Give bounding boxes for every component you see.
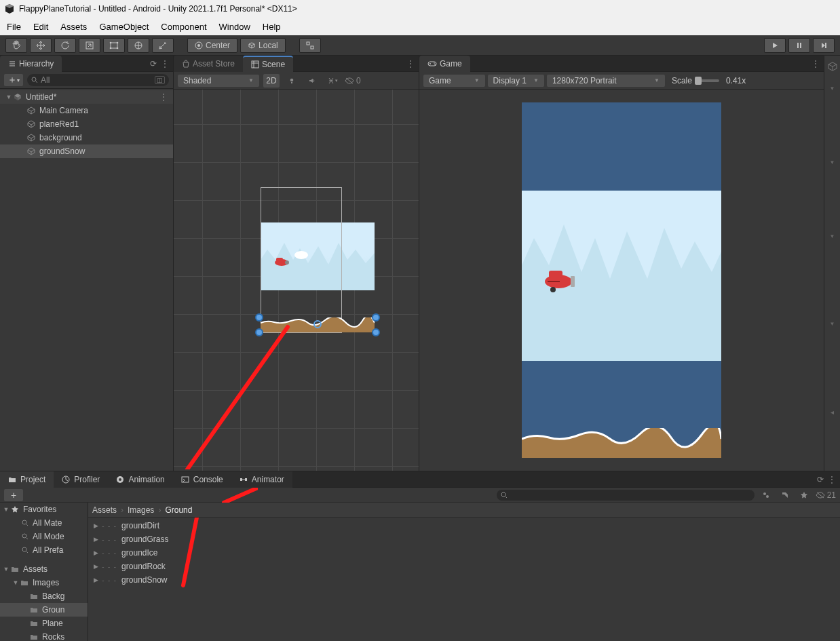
menu-assets[interactable]: Assets bbox=[60, 22, 87, 32]
scale-tool[interactable] bbox=[79, 38, 100, 53]
lock-icon[interactable]: ⟳ bbox=[150, 59, 157, 69]
game-tab[interactable]: Game bbox=[419, 56, 470, 72]
handle-rotation-toggle[interactable]: Local bbox=[240, 38, 286, 53]
search-icon bbox=[22, 533, 28, 540]
folder-background[interactable]: Backg bbox=[0, 589, 88, 603]
menu-edit[interactable]: Edit bbox=[33, 22, 48, 32]
menu-help[interactable]: Help bbox=[263, 22, 281, 32]
scene-plane-sprite[interactable] bbox=[272, 255, 291, 269]
animator-tab[interactable]: Animator bbox=[231, 471, 292, 488]
pause-button[interactable] bbox=[788, 38, 810, 53]
folder-ground[interactable]: Groun bbox=[0, 603, 88, 617]
breadcrumb-assets[interactable]: Assets bbox=[92, 505, 117, 515]
animation-tab[interactable]: Animation bbox=[108, 471, 172, 488]
panel-menu-icon[interactable]: ⋮ bbox=[406, 59, 415, 69]
project-search[interactable] bbox=[497, 490, 755, 501]
folder-rocks[interactable]: Rocks bbox=[0, 630, 88, 641]
lock-icon[interactable]: ⟳ bbox=[817, 475, 824, 484]
favorite-all-models[interactable]: All Mode bbox=[0, 530, 88, 543]
panel-menu-icon[interactable]: ⋮ bbox=[161, 59, 169, 69]
step-button[interactable] bbox=[813, 38, 835, 53]
hierarchy-item-main-camera[interactable]: Main Camera bbox=[0, 104, 173, 117]
hierarchy-tab[interactable]: Hierarchy bbox=[0, 56, 62, 72]
hierarchy-item-planered1[interactable]: planeRed1 bbox=[0, 117, 173, 131]
scene-menu-icon[interactable]: ⋮ bbox=[159, 92, 173, 102]
2d-toggle[interactable]: 2D bbox=[263, 74, 280, 88]
profiler-tab[interactable]: Profiler bbox=[54, 471, 108, 488]
snap-toggle[interactable] bbox=[299, 38, 321, 53]
scene-view[interactable] bbox=[174, 90, 419, 471]
lighting-toggle[interactable] bbox=[284, 74, 300, 88]
move-tool[interactable] bbox=[30, 38, 52, 53]
rect-pivot-handle[interactable] bbox=[313, 320, 322, 328]
menu-window[interactable]: Window bbox=[219, 22, 250, 32]
rect-handle-tl[interactable] bbox=[255, 313, 263, 322]
filter-by-label-icon[interactable] bbox=[778, 489, 793, 501]
svg-marker-21 bbox=[28, 121, 35, 125]
rect-handle-br[interactable] bbox=[372, 328, 380, 336]
hierarchy-item-background[interactable]: background bbox=[0, 131, 173, 144]
scale-slider[interactable] bbox=[695, 79, 719, 82]
rotate-tool[interactable] bbox=[54, 38, 76, 53]
hand-tool[interactable] bbox=[5, 38, 27, 53]
asset-groundrock[interactable]: ▶- - -groundRock bbox=[88, 560, 840, 573]
rect-tool[interactable] bbox=[103, 38, 125, 53]
hidden-count[interactable]: 21 bbox=[816, 489, 836, 501]
rect-handle-tr[interactable] bbox=[372, 313, 380, 322]
breadcrumb-ground[interactable]: Ground bbox=[165, 505, 192, 515]
play-button[interactable] bbox=[764, 38, 786, 53]
scene-name: Untitled* bbox=[26, 92, 56, 102]
asset-store-tab[interactable]: Asset Store bbox=[174, 56, 243, 72]
svg-point-7 bbox=[117, 47, 119, 49]
game-camera-dropdown[interactable]: Game▼ bbox=[423, 75, 485, 87]
asset-grounddirt[interactable]: ▶- - -groundDirt bbox=[88, 519, 840, 532]
favorite-all-prefabs[interactable]: All Prefa bbox=[0, 543, 88, 557]
console-tab[interactable]: Console bbox=[173, 471, 231, 488]
svg-point-4 bbox=[110, 41, 112, 43]
favorites-header[interactable]: ▼ Favorites bbox=[0, 503, 88, 516]
transform-tool[interactable] bbox=[128, 38, 149, 53]
game-frame bbox=[522, 102, 721, 458]
asset-groundice[interactable]: ▶- - -groundIce bbox=[88, 546, 840, 560]
panel-menu-icon[interactable]: ⋮ bbox=[828, 475, 836, 484]
asset-groundsnow[interactable]: ▶- - -groundSnow bbox=[88, 573, 840, 587]
rect-handle-bl[interactable] bbox=[255, 328, 263, 336]
filter-by-type-icon[interactable] bbox=[759, 489, 774, 501]
svg-rect-35 bbox=[549, 271, 562, 278]
pivot-mode-toggle[interactable]: Center bbox=[187, 38, 237, 53]
panel-menu-icon[interactable]: ⋮ bbox=[812, 59, 820, 69]
menu-gameobject[interactable]: GameObject bbox=[99, 22, 149, 32]
inspector-collapsed[interactable]: ▼ ▼ ▼ ▼ ◂ bbox=[824, 56, 840, 471]
project-add-button[interactable]: + bbox=[4, 489, 23, 501]
svg-marker-23 bbox=[28, 148, 35, 152]
folder-images[interactable]: ▼ Images bbox=[0, 576, 88, 589]
effects-toggle[interactable]: ▾ bbox=[324, 74, 341, 88]
hierarchy-item-groundsnow[interactable]: groundSnow bbox=[0, 144, 173, 158]
folder-plane[interactable]: Plane bbox=[0, 617, 88, 630]
game-display-dropdown[interactable]: Display 1▼ bbox=[488, 75, 544, 87]
search-icon bbox=[22, 547, 28, 553]
svg-rect-44 bbox=[245, 478, 247, 481]
window-title: FlappyPlaneTutorial - Untitled - Android… bbox=[19, 4, 297, 14]
search-type-icon[interactable]: ◫ bbox=[155, 76, 165, 84]
scene-row[interactable]: ▼ Untitled* ⋮ bbox=[0, 90, 173, 104]
project-tab[interactable]: Project bbox=[0, 471, 54, 488]
assets-root[interactable]: ▼ Assets bbox=[0, 562, 88, 576]
hierarchy-search[interactable]: All ◫ bbox=[27, 74, 169, 86]
favorite-icon[interactable] bbox=[797, 489, 812, 501]
breadcrumb-images[interactable]: Images bbox=[128, 505, 154, 515]
folder-icon bbox=[30, 620, 38, 627]
game-view[interactable] bbox=[419, 90, 824, 471]
audio-toggle[interactable] bbox=[304, 74, 320, 88]
menu-component[interactable]: Component bbox=[161, 22, 206, 32]
asset-groundgrass[interactable]: ▶- - -groundGrass bbox=[88, 532, 840, 546]
scene-tab[interactable]: Scene bbox=[243, 56, 293, 72]
hidden-objects-button[interactable]: 0 bbox=[345, 74, 361, 88]
hierarchy-add-button[interactable]: ＋▾ bbox=[4, 74, 23, 86]
menu-file[interactable]: File bbox=[7, 22, 21, 32]
game-resolution-dropdown[interactable]: 1280x720 Portrait▼ bbox=[547, 75, 665, 87]
custom-tool[interactable] bbox=[152, 38, 174, 53]
shading-mode-dropdown[interactable]: Shaded▼ bbox=[178, 75, 259, 87]
svg-rect-24 bbox=[252, 61, 259, 68]
favorite-all-materials[interactable]: All Mate bbox=[0, 516, 88, 530]
